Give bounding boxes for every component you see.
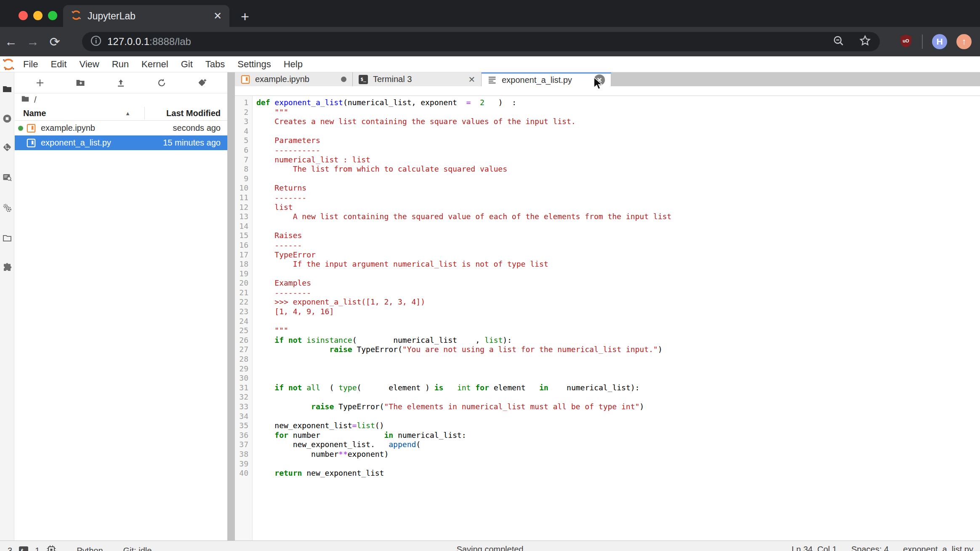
url-bar[interactable]: 127.0.0.1:8888/lab [82,32,880,51]
browser-tab-close-icon[interactable]: ✕ [213,11,222,21]
chrome-update-button[interactable]: ↑ [956,34,972,49]
line-number: 39 [235,459,248,469]
git-clone-icon[interactable] [197,78,207,88]
extension-puzzle-icon[interactable] [2,262,12,273]
workspace-folder-icon[interactable] [2,233,12,243]
mouse-cursor [592,77,605,91]
line-number: 35 [235,421,248,431]
tab-label: Terminal 3 [373,74,412,84]
code-line: return new_exponent_list [256,469,980,478]
toolbar-separator [922,34,923,49]
window-controls[interactable] [19,11,57,20]
menu-item-help[interactable]: Help [277,59,309,70]
new-launcher-plus-icon[interactable] [35,78,45,88]
document-tab-bar: example.ipynb$_Terminal 3✕exponent_a_lis… [235,72,980,86]
notebook-icon [241,75,250,84]
file-name: exponent_a_list.py [41,138,111,148]
document-tab-terminal-3[interactable]: $_Terminal 3✕ [353,72,482,86]
indent-setting[interactable]: Spaces: 4 [851,545,889,551]
menu-item-git[interactable]: Git [175,59,199,70]
line-number: 15 [235,231,248,241]
line-number: 1 [235,98,248,108]
tab-label: exponent_a_list.py [502,75,572,85]
tab-close-icon[interactable]: ✕ [468,74,475,85]
bookmark-star-icon[interactable] [859,34,871,49]
menu-item-tabs[interactable]: Tabs [199,59,231,70]
line-number: 13 [235,212,248,222]
profile-avatar[interactable]: H [932,34,947,49]
back-button[interactable]: ← [0,34,22,49]
code-editor[interactable]: 1234567891011121314151617181920212223242… [235,96,980,540]
ublock-extension-icon[interactable]: uO [899,34,913,50]
document-tab-exponent-a-list-py[interactable]: exponent_a_list.py✕ [482,72,611,86]
breadcrumb-folder-icon[interactable] [21,94,30,106]
line-number: 34 [235,412,248,421]
statusbar-filename: exponent_a_list.py [903,545,973,551]
file-type-icon [27,138,36,148]
git-icon[interactable] [2,142,12,152]
code-content[interactable]: def exponent_a_list(numerical_list, expo… [253,96,980,540]
column-header-name[interactable]: Name [15,109,46,118]
code-line: ------ [256,241,980,250]
zoom-out-icon[interactable] [833,35,844,48]
menu-item-view[interactable]: View [73,59,105,70]
code-line: if not all ( type( element ) is int for … [256,383,980,393]
new-folder-icon[interactable] [75,78,85,88]
file-browser-toolbar [15,72,227,93]
code-line [256,392,980,402]
breadcrumb[interactable]: / [34,95,37,105]
notebook-icon [27,124,36,133]
file-name: example.ipynb [41,123,95,133]
line-number: 37 [235,440,248,450]
menu-item-file[interactable]: File [17,59,44,70]
line-number: 33 [235,402,248,412]
browser-chrome: JupyterLab ✕ + ← → ⟳ 127.0.0.1:8888/lab [0,0,980,56]
line-number: 38 [235,450,248,459]
status-bar: 3 $_ 1 Python Git: idle Saving completed… [0,540,980,551]
window-close-button[interactable] [19,11,28,20]
running-kernels-icon[interactable] [2,114,12,124]
window-zoom-button[interactable] [48,11,57,20]
site-info-icon[interactable] [91,35,101,48]
line-number: 11 [235,193,248,203]
line-number: 31 [235,383,248,393]
code-line [256,174,980,184]
line-number: 3 [235,117,248,127]
column-divider [144,107,145,119]
cursor-position[interactable]: Ln 34, Col 1 [791,545,837,551]
document-tab-example-ipynb[interactable]: example.ipynb [235,72,353,86]
window-minimize-button[interactable] [33,11,43,20]
menu-item-settings[interactable]: Settings [231,59,277,70]
column-header-last-modified[interactable]: Last Modified [166,109,221,118]
code-line: [1, 4, 9, 16] [256,307,980,317]
code-line [256,269,980,279]
reload-button[interactable]: ⟳ [44,34,66,49]
code-line: A new list containing the squared value … [256,212,980,222]
menu-item-kernel[interactable]: Kernel [135,59,175,70]
forward-button[interactable]: → [22,34,44,49]
line-number: 29 [235,364,248,374]
line-number: 16 [235,241,248,250]
tab-label: example.ipynb [255,74,309,84]
file-icon [27,138,36,148]
line-number: 6 [235,146,248,155]
url-text[interactable]: 127.0.0.1:8888/lab [107,36,191,48]
property-inspector-icon[interactable] [2,172,12,183]
settings-gears-icon[interactable] [2,203,12,213]
line-number: 25 [235,326,248,336]
upload-icon[interactable] [116,78,126,88]
refresh-icon[interactable] [157,78,167,88]
line-number: 5 [235,136,248,146]
terminal-icon: $_ [359,75,368,84]
panel-resize-handle[interactable] [227,72,235,540]
code-line: numerical_list : list [256,155,980,165]
line-number: 10 [235,183,248,193]
new-tab-button[interactable]: + [241,8,249,25]
file-row[interactable]: exponent_a_list.py15 minutes ago [15,135,227,150]
code-line: new_exponent_list. append( [256,440,980,450]
file-row[interactable]: example.ipynbseconds ago [15,121,227,135]
menu-item-edit[interactable]: Edit [44,59,73,70]
browser-tab[interactable]: JupyterLab ✕ [63,5,229,27]
menu-item-run[interactable]: Run [106,59,135,70]
file-browser-icon[interactable] [2,84,12,94]
